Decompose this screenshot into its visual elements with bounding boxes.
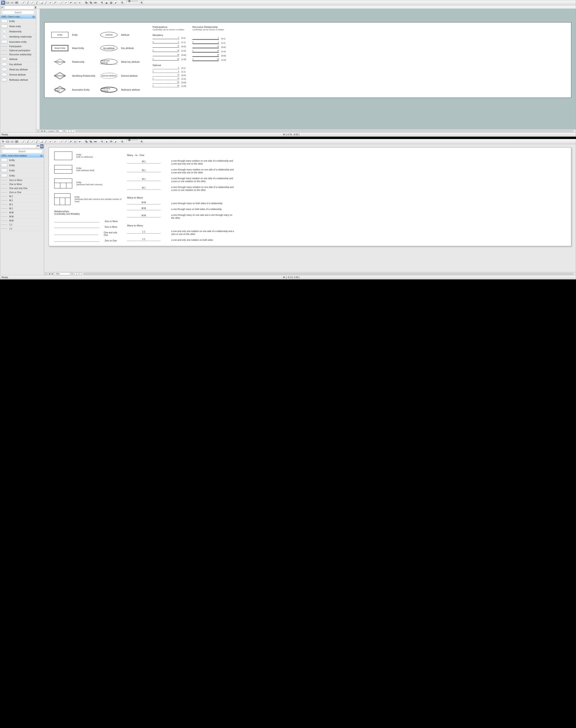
tool-draw3[interactable] [68,1,73,5]
tree-view-btn[interactable] [1,5,4,9]
zoom-stepper[interactable]: ⇅ [63,130,65,132]
tool-line[interactable] [21,140,25,144]
rel-line[interactable]: M:M [127,217,161,217]
stencil-item[interactable]: Identifying relationship [0,34,36,39]
stencil-item[interactable]: Entity [0,168,44,173]
stencil-panel-header[interactable]: ERD, crow's foot notation [0,154,44,158]
participation-line[interactable]: N [152,76,179,77]
close-icon[interactable] [32,16,35,18]
recursive-line[interactable]: 11 [192,43,219,44]
participation-line[interactable]: 1M [152,87,179,87]
stencil-item[interactable]: Multivalue attribute [0,77,36,83]
stencil-item[interactable]: Weak key attribute [0,67,36,72]
nav-next[interactable]: ▶ [44,130,46,132]
tool-c4[interactable] [39,140,44,144]
tool-d3[interactable] [68,140,73,144]
stencil-item[interactable]: Entity [0,163,44,168]
nav-prev[interactable]: ◀ [40,130,42,132]
participation-line[interactable]: 11 [152,72,179,73]
stencil-item[interactable]: M:M [0,215,44,219]
tool-d5[interactable] [78,140,82,144]
stencil-item[interactable]: Associative entity [0,39,36,44]
participation-line[interactable]: 1 [152,39,179,39]
canvas[interactable]: Entity(with no attributes)Entity(with at… [44,144,576,272]
shape[interactable]: Derived attribute [100,73,117,79]
tool-add[interactable] [53,1,57,5]
tool-stamp[interactable] [109,1,113,5]
tool-table[interactable] [15,140,19,144]
tool-draw4[interactable] [73,1,77,5]
tool-connector3[interactable] [35,1,39,5]
entity-shape[interactable] [54,165,72,174]
tool-connector6[interactable] [48,1,52,5]
participation-line[interactable]: M [152,83,179,84]
tool-hand[interactable] [105,140,109,144]
stencil-item[interactable]: Optional participation [0,49,36,53]
search-input[interactable] [2,10,35,14]
stencil-item[interactable]: 1:1 [0,227,44,231]
h-scrollbar[interactable] [76,130,574,132]
stencil-item[interactable]: M:1 [0,207,44,211]
tool-draw2[interactable] [64,1,68,5]
tool-picker[interactable] [114,140,118,144]
tool-c5[interactable] [44,140,48,144]
shape[interactable]: Multivalue attribute [100,87,117,93]
stencil-item[interactable]: M:1 [0,199,44,203]
tool-group1[interactable] [84,1,88,5]
tool-connector4[interactable] [39,1,44,5]
tool-connector2[interactable] [30,1,34,5]
tool-stamp[interactable] [109,140,113,144]
rel-line[interactable]: M:M [127,210,161,210]
recursive-line[interactable]: N [192,48,219,48]
h-scrollbar[interactable] [83,273,574,275]
tool-rect[interactable] [6,1,10,5]
shape[interactable]: Attribute [100,32,117,38]
page-btn-1[interactable] [74,273,77,275]
stencil-panel-header[interactable]: ERD, Chen's nota... [0,15,36,19]
grid-view-btn[interactable] [37,144,40,148]
zoom-in-btn[interactable] [140,1,144,5]
search-input[interactable] [2,149,42,153]
participation-line[interactable]: 11 [152,43,179,43]
nav-first[interactable]: ‖ [45,273,47,275]
stencil-item[interactable]: Recursive relationship [0,53,36,57]
stencil-item[interactable]: One and only One [0,186,44,190]
shape[interactable]: Key attribute [100,45,117,51]
rel-line[interactable] [54,222,99,222]
stencil-item[interactable]: Weak entity [0,24,36,29]
zoom-level-field[interactable]: Custom 79% [47,129,62,132]
stencil-item[interactable]: Zero or One [0,190,44,194]
stencil-item[interactable]: Entity [0,158,44,163]
stencil-item[interactable]: Relationship [0,29,36,34]
canvas[interactable]: Entity Entity Attribute Attribute Weak E… [40,9,576,129]
stencil-item[interactable]: Attribute [0,57,36,62]
stencil-item[interactable]: Derived attribute [0,72,36,77]
tool-draw5[interactable] [78,1,82,5]
tool-c3[interactable] [35,140,39,144]
tool-pointer[interactable] [1,1,5,5]
stencil-item[interactable]: Participation [0,44,36,49]
tool-group2[interactable] [89,1,93,5]
tool-picker[interactable] [114,1,118,5]
shape[interactable]: Entity [51,32,68,38]
tool-pointer[interactable] [1,140,5,144]
tool-zoom[interactable] [100,140,104,144]
nav-next[interactable]: ▶ [51,273,54,275]
stencil-item[interactable]: One or More [0,182,44,186]
stencil-item[interactable]: Zero or More [0,178,44,182]
stencil-item[interactable]: Entity [0,19,36,24]
tool-d1[interactable] [60,140,64,144]
tool-d4[interactable] [73,140,77,144]
tool-connector5[interactable] [44,1,48,5]
tool-zoom-in[interactable] [100,1,104,5]
tool-g3[interactable] [93,140,97,144]
recursive-line[interactable]: 1M [192,60,219,61]
shape[interactable]: Weak Entity [51,45,68,51]
rel-line[interactable]: M:1 [127,189,161,190]
page-btn-3[interactable] [79,273,82,275]
tool-add[interactable] [53,140,57,144]
search-btn[interactable] [40,144,44,148]
tool-c6[interactable] [48,140,52,144]
tool-table[interactable] [15,1,19,5]
recursive-line[interactable]: 1 [192,39,219,40]
